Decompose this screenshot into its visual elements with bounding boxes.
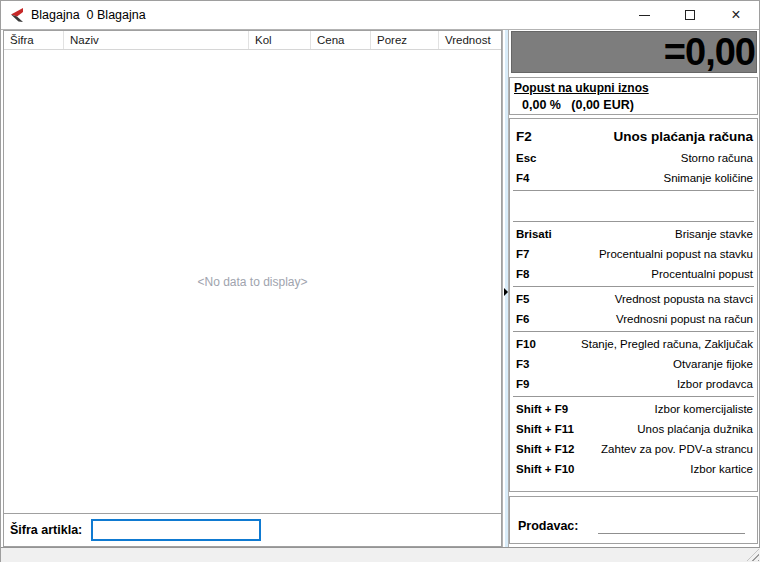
column-header-kol[interactable]: Kol <box>249 31 311 49</box>
shortcut-action: Zahtev za pov. PDV-a strancu <box>601 443 753 455</box>
app-logo-icon <box>9 7 25 23</box>
article-code-label: Šifra artikla: <box>10 523 82 537</box>
shortcut-key: F7 <box>516 248 529 260</box>
shortcut-group-divider <box>513 286 754 287</box>
shortcut-row-esc: EscStorno računa <box>510 148 757 168</box>
shortcut-row-f6: F6Vrednosni popust na račun <box>510 309 757 329</box>
shortcut-group-divider <box>513 396 754 397</box>
shortcut-action: Procentualni popust na stavku <box>599 248 753 260</box>
shortcut-group-divider <box>513 190 754 191</box>
article-code-input[interactable] <box>91 519 261 541</box>
discount-value: 0,00 % (0,00 EUR) <box>522 98 757 112</box>
shortcut-row-shift-f9: Shift + F9Izbor komercijaliste <box>510 399 757 419</box>
shortcut-row-f2: F2Unos plaćanja računa <box>510 125 757 148</box>
seller-value-field <box>598 520 745 534</box>
total-amount: =0,00 <box>512 32 756 72</box>
shortcut-action: Stanje, Pregled računa, Zaključak <box>581 338 753 350</box>
shortcuts-panel: F2Unos plaćanja računaEscStorno računaF4… <box>509 118 758 492</box>
total-display: =0,00 <box>511 31 757 73</box>
items-table-body: <No data to display> <box>4 51 501 512</box>
shortcut-spacer <box>510 193 757 219</box>
shortcut-action: Izbor kartice <box>690 463 753 475</box>
shortcut-row-f4: F4Snimanje količine <box>510 168 757 188</box>
shortcut-action: Unos plaćanja računa <box>613 129 753 144</box>
window-controls: × <box>621 1 759 29</box>
shortcut-action: Vrednost popusta na stavci <box>615 293 753 305</box>
shortcut-row-f3: F3Otvaranje fijoke <box>510 354 757 374</box>
shortcut-key: Shift + F10 <box>516 463 574 475</box>
shortcut-key: F9 <box>516 378 529 390</box>
column-header-cena[interactable]: Cena <box>311 31 371 49</box>
title-bar: Blagajna 0 Blagajna × <box>1 1 759 30</box>
shortcut-row-brisati: BrisatiBrisanje stavke <box>510 224 757 244</box>
items-panel: ŠifraNazivKolCenaPorezVrednost <No data … <box>3 30 502 547</box>
panel-splitter[interactable] <box>502 30 509 547</box>
discount-title: Popust na ukupni iznos <box>514 81 757 95</box>
maximize-button[interactable] <box>667 1 713 29</box>
shortcut-row-shift-f11: Shift + F11Unos plaćanja dužnika <box>510 419 757 439</box>
shortcut-action: Izbor prodavca <box>677 378 753 390</box>
shortcut-action: Izbor komercijaliste <box>655 403 753 415</box>
shortcut-row-f8: F8Procentualni popust <box>510 264 757 284</box>
column-header-naziv[interactable]: Naziv <box>64 31 249 49</box>
minimize-icon <box>639 15 650 16</box>
shortcut-key: F2 <box>516 129 532 144</box>
shortcut-action: Brisanje stavke <box>675 228 753 240</box>
close-icon: × <box>731 7 740 23</box>
shortcut-key: Shift + F9 <box>516 403 568 415</box>
shortcut-key: Shift + F11 <box>516 423 574 435</box>
shortcut-key: F3 <box>516 358 529 370</box>
splitter-collapse-icon[interactable] <box>504 288 508 296</box>
shortcut-key: F5 <box>516 293 529 305</box>
shortcut-row-f10: F10Stanje, Pregled računa, Zaključak <box>510 334 757 354</box>
shortcut-key: Brisati <box>516 228 552 240</box>
shortcut-key: F8 <box>516 268 529 280</box>
minimize-button[interactable] <box>621 1 667 29</box>
shortcut-action: Unos plaćanja dužnika <box>637 423 753 435</box>
empty-table-message: <No data to display> <box>197 275 307 289</box>
items-table-header: ŠifraNazivKolCenaPorezVrednost <box>4 31 501 50</box>
column-header--ifra[interactable]: Šifra <box>4 31 64 49</box>
shortcut-action: Procentualni popust <box>651 268 753 280</box>
shortcut-group-divider <box>513 221 754 222</box>
shortcut-key: F6 <box>516 313 529 325</box>
column-header-vrednost[interactable]: Vrednost <box>439 31 501 49</box>
seller-panel: Prodavac: <box>509 496 758 544</box>
shortcut-action: Snimanje količine <box>664 172 754 184</box>
discount-panel: Popust na ukupni iznos 0,00 % (0,00 EUR) <box>509 77 758 115</box>
shortcut-action: Vrednosni popust na račun <box>616 313 753 325</box>
shortcut-key: F10 <box>516 338 536 350</box>
shortcut-row-f5: F5Vrednost popusta na stavci <box>510 289 757 309</box>
window-title: Blagajna 0 Blagajna <box>31 8 146 22</box>
column-header-porez[interactable]: Porez <box>371 31 439 49</box>
article-entry-row: Šifra artikla: <box>4 513 501 546</box>
shortcut-row-f9: F9Izbor prodavca <box>510 374 757 394</box>
shortcut-group-divider <box>513 331 754 332</box>
shortcut-key: F4 <box>516 172 529 184</box>
shortcut-action: Otvaranje fijoke <box>673 358 753 370</box>
maximize-icon <box>685 10 695 20</box>
seller-label: Prodavac: <box>518 519 578 533</box>
close-button[interactable]: × <box>713 1 759 29</box>
resize-grip-icon[interactable] <box>747 549 759 561</box>
shortcut-action: Storno računa <box>681 152 753 164</box>
shortcut-row-shift-f12: Shift + F12Zahtev za pov. PDV-a strancu <box>510 439 757 459</box>
shortcut-row-f7: F7Procentualni popust na stavku <box>510 244 757 264</box>
shortcut-key: Shift + F12 <box>516 443 574 455</box>
shortcut-key: Esc <box>516 152 536 164</box>
shortcut-row-shift-f10: Shift + F10Izbor kartice <box>510 459 757 479</box>
status-bar <box>1 547 760 562</box>
app-window: Blagajna 0 Blagajna × ŠifraNazivKolCenaP… <box>0 0 760 562</box>
